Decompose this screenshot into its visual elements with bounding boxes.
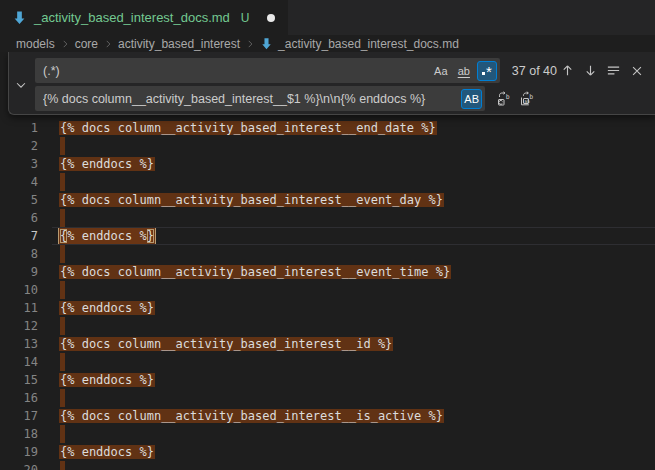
svg-text:ab: ab	[524, 98, 530, 103]
code-line-20[interactable]: 20	[0, 461, 655, 470]
breadcrumb-segment-core[interactable]: core	[75, 37, 98, 51]
git-status-badge: U	[241, 11, 250, 25]
line-text: {% enddocs %}	[60, 443, 154, 461]
line-number: 6	[0, 209, 38, 227]
breadcrumb-segment-folder[interactable]: activity_based_interest	[118, 37, 240, 51]
code-line-6[interactable]: 6	[0, 209, 655, 227]
line-text	[60, 137, 65, 155]
line-text	[60, 461, 65, 470]
regex-toggle[interactable]: *	[477, 61, 497, 81]
find-in-selection-button[interactable]	[603, 60, 624, 81]
line-text: {% enddocs %}	[60, 299, 154, 317]
line-text	[60, 353, 65, 371]
current-find-match: {% enddocs %}	[58, 227, 156, 245]
previous-match-button[interactable]	[557, 60, 578, 81]
code-line-5[interactable]: 5{% docs column__activity_based_interest…	[0, 191, 655, 209]
chevron-right-icon	[245, 39, 255, 49]
replace-value: {% docs column__activity_based_interest_…	[43, 92, 457, 106]
replace-all-button[interactable]: b ab	[516, 88, 537, 109]
match-case-toggle[interactable]: Aa	[431, 61, 451, 81]
line-number: 2	[0, 137, 38, 155]
code-line-8[interactable]: 8	[0, 245, 655, 263]
toggle-replace-chevron-icon[interactable]	[12, 76, 30, 94]
line-number: 11	[0, 299, 38, 317]
preserve-case-icon: AB	[464, 93, 479, 105]
line-text	[60, 425, 65, 443]
match-case-icon: Aa	[434, 65, 447, 77]
line-number: 3	[0, 155, 38, 173]
line-number: 14	[0, 353, 38, 371]
code-line-18[interactable]: 18	[0, 425, 655, 443]
line-text: {% docs column__activity_based_interest_…	[60, 335, 392, 353]
code-line-3[interactable]: 3{% enddocs %}	[0, 155, 655, 173]
replace-input[interactable]: {% docs column__activity_based_interest_…	[35, 86, 485, 111]
line-text: {% docs column__activity_based_interest_…	[60, 191, 443, 209]
breadcrumb-segment-models[interactable]: models	[16, 37, 55, 51]
line-text	[60, 173, 65, 191]
line-number: 20	[0, 461, 38, 470]
chevron-right-icon	[103, 39, 113, 49]
code-line-9[interactable]: 9{% docs column__activity_based_interest…	[0, 263, 655, 281]
tab-title: _activity_based_interest_docs.md	[34, 10, 230, 25]
line-text: {% docs column__activity_based_interest_…	[60, 119, 436, 137]
line-text	[60, 317, 65, 335]
line-number: 16	[0, 389, 38, 407]
line-number: 8	[0, 245, 38, 263]
editor: (.*) Aa ab * 37 of 40	[0, 52, 655, 470]
svg-text:b: b	[505, 92, 509, 100]
breadcrumb-file[interactable]: _activity_based_interest_docs.md	[260, 37, 459, 51]
line-number: 15	[0, 371, 38, 389]
unsaved-changes-dot[interactable]	[267, 14, 275, 22]
code-line-10[interactable]: 10	[0, 281, 655, 299]
code-line-13[interactable]: 13{% docs column__activity_based_interes…	[0, 335, 655, 353]
tab-active-file[interactable]: _activity_based_interest_docs.md U	[0, 0, 288, 35]
find-input[interactable]: (.*) Aa ab *	[35, 58, 500, 83]
line-number: 17	[0, 407, 38, 425]
line-number: 5	[0, 191, 38, 209]
whole-word-icon: ab	[458, 65, 470, 77]
code-line-1[interactable]: 1{% docs column__activity_based_interest…	[0, 119, 655, 137]
code-line-19[interactable]: 19{% enddocs %}	[0, 443, 655, 461]
code-line-4[interactable]: 4	[0, 173, 655, 191]
breadcrumb: models core activity_based_interest _act…	[0, 35, 655, 52]
line-text: {% enddocs %}	[60, 371, 154, 389]
line-number: 9	[0, 263, 38, 281]
code-line-7[interactable]: 7{% enddocs %}	[0, 227, 655, 245]
regex-icon: *	[482, 65, 492, 77]
code-line-15[interactable]: 15{% enddocs %}	[0, 371, 655, 389]
markdown-file-icon	[260, 37, 273, 50]
line-number: 10	[0, 281, 38, 299]
line-text: {% enddocs %}	[60, 227, 154, 245]
line-text	[60, 245, 65, 263]
line-number: 1	[0, 119, 38, 137]
breadcrumb-file-name: _activity_based_interest_docs.md	[278, 37, 459, 51]
markdown-file-icon	[12, 10, 27, 25]
preserve-case-toggle[interactable]: AB	[461, 89, 482, 109]
next-match-button[interactable]	[580, 60, 601, 81]
chevron-right-icon	[60, 39, 70, 49]
line-text	[60, 389, 65, 407]
whole-word-toggle[interactable]: ab	[454, 61, 474, 81]
line-text: {% enddocs %}	[60, 155, 154, 173]
code-line-16[interactable]: 16	[0, 389, 655, 407]
code-line-12[interactable]: 12	[0, 317, 655, 335]
close-find-widget-button[interactable]	[626, 60, 647, 81]
code-line-2[interactable]: 2	[0, 137, 655, 155]
line-number: 4	[0, 173, 38, 191]
code-lines: 1{% docs column__activity_based_interest…	[0, 119, 655, 470]
line-text	[60, 209, 65, 227]
replace-button[interactable]: b	[493, 88, 514, 109]
line-number: 7	[0, 227, 38, 245]
line-text: {% docs column__activity_based_interest_…	[60, 263, 450, 281]
line-text: {% docs column__activity_based_interest_…	[60, 407, 443, 425]
tab-bar-empty-area	[288, 0, 655, 35]
tab-bar: _activity_based_interest_docs.md U	[0, 0, 655, 35]
code-line-17[interactable]: 17{% docs column__activity_based_interes…	[0, 407, 655, 425]
find-query: (.*)	[43, 64, 427, 78]
line-number: 19	[0, 443, 38, 461]
find-results-count: 37 of 40	[512, 64, 557, 78]
line-number: 13	[0, 335, 38, 353]
code-line-14[interactable]: 14	[0, 353, 655, 371]
find-replace-widget: (.*) Aa ab * 37 of 40	[8, 52, 655, 115]
code-line-11[interactable]: 11{% enddocs %}	[0, 299, 655, 317]
